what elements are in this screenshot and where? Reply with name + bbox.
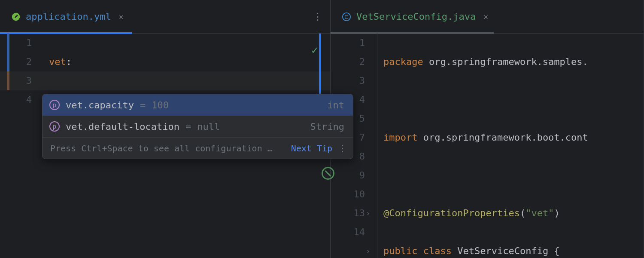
svg-text:C: C — [344, 13, 348, 20]
inspection-ok-icon[interactable]: ✓ — [311, 40, 318, 59]
line-number: 3 — [0, 71, 32, 90]
line-number: 8 — [331, 147, 365, 166]
spring-icon — [11, 12, 21, 22]
code-right[interactable]: package org.springframework.samples. imp… — [377, 34, 644, 258]
hint-text: Press Ctrl+Space to see all configuratio… — [50, 143, 285, 154]
tabbar-right: C VetServiceConfig.java ✕ — [331, 0, 644, 34]
close-icon[interactable]: ✕ — [483, 12, 488, 21]
autocomplete-item[interactable]: p vet.capacity=100 int — [43, 94, 353, 116]
line-number: 10 — [331, 185, 365, 204]
editor-right[interactable]: 1 2 3 4 5 7 8 9 10 13 14 › › package org… — [331, 34, 644, 258]
gutter-left: 1 2 3 4 — [0, 34, 41, 258]
line-number: 9 — [331, 166, 365, 185]
tab-menu-icon[interactable]: ⋮ — [313, 11, 330, 22]
fold-chevron-icon[interactable]: › — [366, 242, 371, 258]
line-number: 2 — [331, 52, 365, 71]
line-number: 14 — [331, 223, 365, 242]
line-number: 5 — [331, 109, 365, 128]
line-number: 13 — [331, 204, 365, 223]
active-line-highlight — [0, 71, 330, 90]
property-icon: p — [49, 100, 60, 110]
autocomplete-item[interactable]: p vet.default-location=null String — [43, 116, 353, 137]
class-icon: C — [342, 12, 351, 22]
next-tip-link[interactable]: Next Tip — [291, 143, 332, 154]
line-number: 1 — [331, 34, 365, 52]
tab-label: VetServiceConfig.java — [356, 11, 476, 22]
close-icon[interactable]: ✕ — [119, 12, 124, 21]
tab-application-yml[interactable]: application.yml ✕ — [0, 0, 132, 34]
autocomplete-popup: p vet.capacity=100 int p vet.default-loc… — [42, 94, 353, 159]
fold-chevron-icon[interactable]: › — [366, 204, 371, 223]
line-number: 4 — [0, 90, 32, 109]
line-number: 3 — [331, 71, 365, 90]
line-number: 2 — [0, 52, 32, 71]
autocomplete-footer: Press Ctrl+Space to see all configuratio… — [43, 137, 353, 159]
tab-vetserviceconfig[interactable]: C VetServiceConfig.java ✕ — [331, 0, 497, 34]
property-icon: p — [49, 121, 60, 132]
line-number: 4 — [331, 90, 365, 109]
tabbar-left: application.yml ✕ ⋮ — [0, 0, 330, 34]
line-number: 7 — [331, 128, 365, 147]
line-number: 1 — [0, 34, 32, 52]
tab-label: application.yml — [26, 11, 111, 22]
gutter-right: 1 2 3 4 5 7 8 9 10 13 14 › › — [331, 34, 377, 258]
